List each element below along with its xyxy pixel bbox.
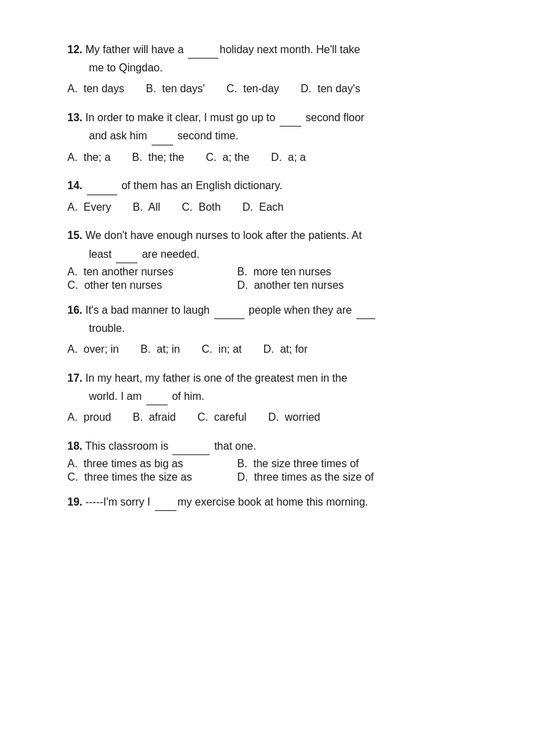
option-q15-B: B. more ten nurses <box>237 266 385 278</box>
option-q15-A: A. ten another nurses <box>67 266 216 278</box>
question-q13: 13. In order to make it clear, I must go… <box>67 108 481 167</box>
question-text-q14: 14. of them has an English dictionary. <box>67 176 481 195</box>
option-q13-A: A. the; a <box>67 148 111 168</box>
options-row-q16: A. over; inB. at; inC. in; atD. at; for <box>67 340 481 359</box>
question-q19: 19. -----I'm sorry I my exercise book at… <box>67 493 481 511</box>
option-q12-C: C. ten-day <box>226 79 279 99</box>
option-q18-C: C. three times the size as <box>67 471 216 483</box>
option-q12-B: B. ten days' <box>146 79 206 99</box>
question-text-q18: 18. This classroom is that one. <box>67 437 481 455</box>
option-q18-B: B. the size three times of <box>237 458 385 470</box>
question-text-q16: 16. It's a bad manner to laugh people wh… <box>67 301 481 337</box>
option-q18-D: D. three times as the size of <box>237 471 385 483</box>
option-q15-C: C. other ten nurses <box>67 279 216 291</box>
option-q14-B: B. All <box>133 198 160 217</box>
option-q17-B: B. afraid <box>133 408 176 427</box>
exam-content: 12. My father will have a holiday next m… <box>67 40 481 511</box>
option-q16-D: D. at; for <box>263 340 308 359</box>
question-q18: 18. This classroom is that one.A. three … <box>67 437 481 483</box>
options-row-q17: A. proudB. afraidC. carefulD. worried <box>67 408 481 427</box>
option-q16-B: B. at; in <box>140 340 180 359</box>
option-q17-A: A. proud <box>67 408 111 427</box>
question-q15: 15. We don't have enough nurses to look … <box>67 226 481 291</box>
options-tworow-q18: A. three times as big asB. the size thre… <box>67 458 481 483</box>
question-text-q15: 15. We don't have enough nurses to look … <box>67 226 481 263</box>
options-row-q14: A. EveryB. AllC. BothD. Each <box>67 198 481 217</box>
option-q17-C: C. careful <box>197 408 247 427</box>
question-text-q12: 12. My father will have a holiday next m… <box>67 40 481 77</box>
question-q16: 16. It's a bad manner to laugh people wh… <box>67 301 481 359</box>
option-q14-D: D. Each <box>243 198 284 217</box>
option-q13-B: B. the; the <box>132 148 184 168</box>
option-q12-D: D. ten day's <box>301 79 360 99</box>
option-q16-A: A. over; in <box>67 340 119 359</box>
option-q17-D: D. worried <box>268 408 320 427</box>
option-q13-D: D. a; a <box>271 148 306 168</box>
option-q14-A: A. Every <box>67 198 111 217</box>
option-q16-C: C. in; at <box>201 340 242 359</box>
option-q13-C: C. a; the <box>206 148 249 168</box>
option-q12-A: A. ten days <box>67 79 125 99</box>
question-text-q19: 19. -----I'm sorry I my exercise book at… <box>67 493 481 511</box>
question-q17: 17. In my heart, my father is one of the… <box>67 369 481 427</box>
question-q14: 14. of them has an English dictionary.A.… <box>67 176 481 217</box>
options-tworow-q15: A. ten another nursesB. more ten nursesC… <box>67 266 481 291</box>
question-text-q13: 13. In order to make it clear, I must go… <box>67 108 481 145</box>
question-q12: 12. My father will have a holiday next m… <box>67 40 481 99</box>
options-row-q12: A. ten daysB. ten days'C. ten-dayD. ten … <box>67 79 481 99</box>
option-q18-A: A. three times as big as <box>67 458 216 470</box>
options-row-q13: A. the; aB. the; theC. a; theD. a; a <box>67 148 481 168</box>
option-q14-C: C. Both <box>182 198 221 217</box>
question-text-q17: 17. In my heart, my father is one of the… <box>67 369 481 405</box>
option-q15-D: D. another ten nurses <box>237 279 385 291</box>
